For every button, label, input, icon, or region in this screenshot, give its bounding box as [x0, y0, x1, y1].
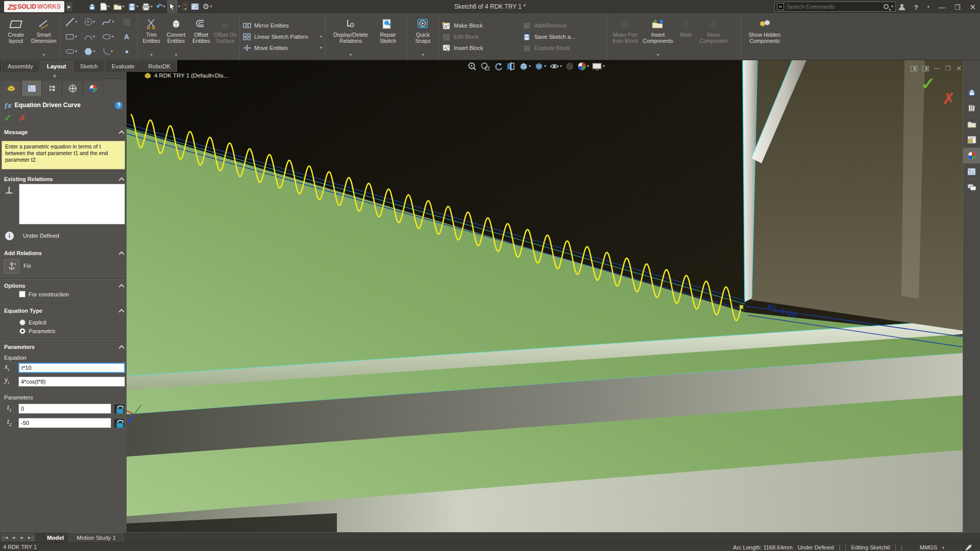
units-caret-icon[interactable]: ▴: [942, 545, 944, 549]
configurationmanager-tab[interactable]: [42, 80, 62, 96]
motion-study-tab[interactable]: Motion Study 1: [69, 533, 124, 542]
print-button[interactable]: ▾: [141, 1, 154, 12]
slot-caret[interactable]: ▾: [75, 49, 77, 54]
zoom-to-fit-button[interactable]: [468, 62, 477, 71]
new-document-button[interactable]: ▾: [99, 1, 111, 12]
tab-sketch[interactable]: Sketch: [74, 60, 105, 72]
design-library-button[interactable]: [963, 101, 980, 116]
existing-relations-listbox[interactable]: [19, 184, 125, 224]
fillet-tool-button[interactable]: ▾: [99, 44, 117, 59]
display-style-button[interactable]: ▾: [534, 62, 546, 71]
doc-restore-button[interactable]: ❐: [945, 65, 951, 72]
line-tool-button[interactable]: ▾: [62, 15, 81, 30]
make-block-button[interactable]: A° Make Block: [441, 21, 522, 30]
tags-icon[interactable]: [965, 544, 973, 551]
minimize-button[interactable]: —: [939, 4, 945, 11]
view-palette-button[interactable]: [963, 132, 980, 148]
displaymanager-tab[interactable]: [83, 80, 103, 96]
t1-input[interactable]: [18, 404, 111, 414]
arc-tool-button[interactable]: ▾: [81, 30, 99, 44]
explicit-radio[interactable]: [19, 319, 26, 325]
home-button[interactable]: [87, 1, 97, 12]
point-tool-button[interactable]: [117, 44, 136, 59]
forum-button[interactable]: [963, 180, 980, 195]
apply-scene-caret[interactable]: ▾: [587, 64, 589, 68]
appearances-button[interactable]: [963, 148, 980, 164]
panel-ok-button[interactable]: ✓: [4, 112, 12, 123]
tab-evaluate[interactable]: Evaluate: [105, 60, 141, 72]
linear-pattern-caret[interactable]: ▾: [320, 35, 322, 39]
t2-lock-button[interactable]: [113, 418, 125, 429]
search-dropdown-caret[interactable]: ▾: [891, 5, 893, 9]
show-hidden-components-button[interactable]: Show Hidden Components: [743, 14, 786, 59]
nav-last-button[interactable]: ▶❘: [27, 534, 35, 541]
polygon-caret[interactable]: ▾: [93, 49, 95, 54]
message-section-header[interactable]: Message: [0, 128, 127, 136]
t2-input[interactable]: [18, 418, 111, 428]
solidworks-logo[interactable]: ΖS SOLIDWORKS: [4, 1, 64, 12]
hide-show-items-button[interactable]: ▾: [549, 62, 562, 71]
panel-cancel-button[interactable]: ✗: [19, 113, 26, 123]
model-tab[interactable]: Model: [42, 535, 69, 541]
view-orientation-button[interactable]: ▾: [519, 62, 531, 71]
fix-relation-button[interactable]: [4, 259, 19, 273]
new-dropdown-caret[interactable]: ▾: [108, 5, 110, 9]
rectangle-tool-button[interactable]: ▾: [62, 30, 81, 44]
rectangle-caret[interactable]: ▾: [75, 35, 77, 39]
search-commands-box[interactable]: ≻ ▾: [774, 2, 896, 12]
view-settings-caret[interactable]: ▾: [603, 64, 605, 68]
restore-button[interactable]: ❐: [954, 4, 961, 11]
undo-dropdown-caret[interactable]: ▾: [163, 5, 165, 9]
x-equation-input[interactable]: [18, 363, 125, 373]
units-selector[interactable]: MMGS: [920, 544, 937, 550]
text-tool-button[interactable]: A: [117, 30, 136, 44]
save-button[interactable]: ▾: [127, 1, 139, 12]
trim-entities-button[interactable]: Trim Entities▾: [140, 14, 163, 59]
move-entities-caret[interactable]: ▾: [320, 46, 322, 50]
custom-properties-button[interactable]: [963, 164, 980, 180]
open-button[interactable]: ▾: [112, 1, 126, 12]
polygon-tool-button[interactable]: ▾: [81, 44, 99, 59]
apply-scene-button[interactable]: ▾: [577, 62, 589, 71]
pane-left-button[interactable]: [911, 66, 917, 71]
open-dropdown-caret[interactable]: ▾: [122, 5, 125, 9]
home-tab-button[interactable]: [963, 85, 980, 101]
display-delete-relations-button[interactable]: Display/Delete Relations▾: [328, 14, 374, 59]
panel-splitter[interactable]: [0, 72, 127, 79]
tab-robodk[interactable]: RoboDK: [142, 60, 177, 72]
insert-components-button[interactable]: Insert Components▾: [641, 14, 675, 59]
trim-caret[interactable]: ▾: [151, 53, 153, 57]
select-tool-button[interactable]: [168, 1, 177, 12]
existing-relations-header[interactable]: Existing Relations: [0, 175, 127, 183]
help-button[interactable]: ?: [914, 4, 918, 11]
collapse-chevron-icon[interactable]: [118, 345, 124, 350]
spline-caret[interactable]: ▾: [112, 20, 114, 24]
tab-assembly[interactable]: Assembly: [1, 60, 40, 72]
for-construction-checkbox[interactable]: [19, 291, 26, 297]
nav-next-button[interactable]: ▶: [18, 534, 26, 541]
equation-type-header[interactable]: Equation Type: [0, 307, 127, 315]
select-dropdown-caret[interactable]: ▾: [178, 5, 180, 9]
graphics-viewport[interactable]: PLANE ▾ ▾ ▾ ▾ ▾ 4 RDK T: [127, 60, 963, 532]
convert-entities-button[interactable]: Convert Entities▾: [163, 14, 189, 59]
confirm-ok-button[interactable]: ✓: [921, 73, 936, 94]
ellipse-caret[interactable]: ▾: [112, 35, 114, 39]
propertymanager-tab[interactable]: [21, 80, 42, 96]
arc-caret[interactable]: ▾: [93, 35, 95, 39]
collapse-chevron-icon[interactable]: [118, 309, 124, 314]
y-equation-input[interactable]: [18, 377, 125, 387]
view-orientation-caret[interactable]: ▾: [529, 64, 531, 68]
add-relations-header[interactable]: Add Relations: [0, 249, 127, 257]
close-button[interactable]: ✕: [969, 3, 976, 12]
display-delete-caret[interactable]: ▾: [350, 53, 352, 57]
display-pane-button[interactable]: [190, 1, 200, 12]
display-style-caret[interactable]: ▾: [544, 64, 546, 68]
fillet-caret[interactable]: ▾: [111, 49, 113, 54]
convert-caret[interactable]: ▾: [175, 53, 177, 57]
print-dropdown-caret[interactable]: ▾: [151, 5, 153, 9]
insert-block-button[interactable]: A° Insert Block: [441, 43, 522, 53]
login-icon[interactable]: [899, 4, 905, 10]
options-button[interactable]: ⚙▾: [202, 1, 213, 12]
pane-right-button[interactable]: [922, 66, 929, 71]
nav-prev-button[interactable]: ◀: [10, 534, 17, 541]
